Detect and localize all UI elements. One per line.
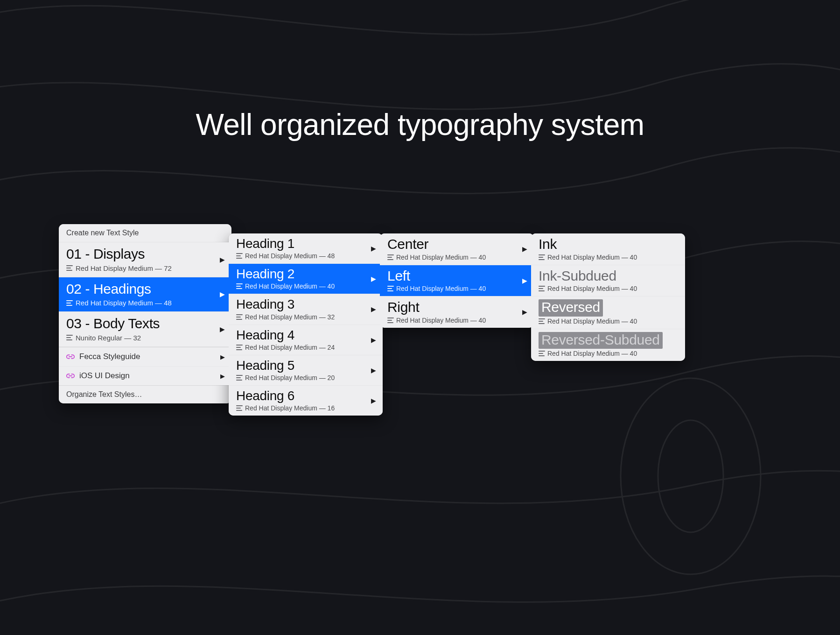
style-meta: Red Hat Display Medium — 40 [387,254,526,261]
align-icon [539,318,545,324]
variant-ink[interactable]: Ink Red Hat Display Medium — 40 [531,233,685,265]
page-title: Well organized typography system [0,107,840,142]
alignment-submenu: Center Red Hat Display Medium — 40 ▶ Lef… [380,233,534,328]
style-meta: Red Hat Display Medium — 16 [236,404,375,412]
chevron-right-icon: ▶ [371,245,376,252]
align-icon [387,254,394,260]
chevron-right-icon: ▶ [371,336,376,344]
create-text-style[interactable]: Create new Text Style [59,224,231,242]
style-meta: Red Hat Display Medium — 40 [539,350,678,357]
align-icon [539,286,545,291]
chevron-right-icon: ▶ [371,397,376,404]
style-meta: Red Hat Display Medium — 32 [236,313,375,321]
variant-reversed[interactable]: Reversed Red Hat Display Medium — 40 [531,296,685,329]
chevron-right-icon: ▶ [220,325,225,333]
heading-5[interactable]: Heading 5 Red Hat Display Medium — 20 ▶ [229,355,383,386]
library-link-ios[interactable]: iOS UI Design ▶ [59,366,231,385]
align-center[interactable]: Center Red Hat Display Medium — 40 ▶ [380,233,534,265]
style-label: Heading 1 [236,236,375,251]
link-icon [66,373,75,379]
chevron-right-icon: ▶ [220,290,225,298]
style-meta: Red Hat Display Medium — 40 [236,282,375,290]
library-link-fecca[interactable]: Fecca Styleguide ▶ [59,347,231,366]
style-meta: Red Hat Display Medium — 40 [539,318,678,325]
style-label: Left [387,268,526,284]
style-meta: Red Hat Display Medium — 40 [387,317,526,324]
style-group-meta: Red Hat Display Medium — 48 [66,299,224,307]
library-link-label: iOS UI Design [79,371,130,381]
align-icon [236,253,243,259]
align-icon [236,405,243,411]
align-icon [66,335,73,340]
style-label: Heading 4 [236,328,375,343]
align-right[interactable]: Right Red Hat Display Medium — 40 ▶ [380,296,534,328]
style-group-displays[interactable]: 01 - Displays Red Hat Display Medium — 7… [59,242,231,277]
chevron-right-icon: ▶ [522,277,527,284]
style-label: Heading 5 [236,358,375,373]
align-icon [236,345,243,350]
style-label: Ink [539,236,678,253]
link-icon [66,353,75,360]
style-meta: Red Hat Display Medium — 40 [387,285,526,292]
style-label: Heading 6 [236,388,375,403]
style-group-body-texts[interactable]: 03 - Body Texts Nunito Regular — 32 ▶ [59,312,231,347]
style-group-headings[interactable]: 02 - Headings Red Hat Display Medium — 4… [59,277,231,312]
style-label: Center [387,236,526,253]
chevron-right-icon: ▶ [220,353,225,360]
svg-point-0 [658,420,723,532]
chevron-right-icon: ▶ [522,308,527,316]
align-icon [387,318,394,323]
color-variant-submenu: Ink Red Hat Display Medium — 40 Ink-Subd… [531,233,685,361]
style-group-meta: Nunito Regular — 32 [66,334,224,342]
style-meta: Red Hat Display Medium — 40 [539,285,678,292]
chevron-right-icon: ▶ [371,275,376,282]
style-meta: Red Hat Display Medium — 48 [236,252,375,260]
chevron-right-icon: ▶ [220,256,225,263]
style-label: Heading 2 [236,267,375,282]
chevron-right-icon: ▶ [220,372,225,379]
organize-text-styles[interactable]: Organize Text Styles… [59,385,231,403]
align-icon [236,283,243,289]
chevron-right-icon: ▶ [371,305,376,313]
style-label: Reversed [539,299,603,317]
align-left[interactable]: Left Red Hat Display Medium — 40 ▶ [380,265,534,297]
text-style-root-menu: Create new Text Style 01 - Displays Red … [59,224,231,403]
style-meta: Red Hat Display Medium — 40 [539,254,678,261]
style-group-label: 02 - Headings [66,281,224,297]
variant-reversed-subdued[interactable]: Reversed-Subdued Red Hat Display Medium … [531,329,685,361]
align-icon [66,265,73,271]
style-label: Reversed-Subdued [539,332,663,349]
heading-6[interactable]: Heading 6 Red Hat Display Medium — 16 ▶ [229,386,383,416]
align-icon [387,286,394,291]
align-icon [539,254,545,260]
heading-2[interactable]: Heading 2 Red Hat Display Medium — 40 ▶ [229,264,383,294]
variant-ink-subdued[interactable]: Ink-Subdued Red Hat Display Medium — 40 [531,265,685,297]
style-group-label: 03 - Body Texts [66,316,224,332]
align-icon [66,300,73,306]
headings-submenu: Heading 1 Red Hat Display Medium — 48 ▶ … [229,233,383,416]
style-label: Ink-Subdued [539,268,678,284]
style-group-meta: Red Hat Display Medium — 72 [66,264,224,272]
style-label: Right [387,299,526,316]
align-icon [539,351,545,356]
heading-4[interactable]: Heading 4 Red Hat Display Medium — 24 ▶ [229,325,383,355]
heading-1[interactable]: Heading 1 Red Hat Display Medium — 48 ▶ [229,233,383,264]
library-link-label: Fecca Styleguide [79,352,140,361]
chevron-right-icon: ▶ [371,367,376,374]
heading-3[interactable]: Heading 3 Red Hat Display Medium — 32 ▶ [229,294,383,325]
style-menu-cascade: Create new Text Style 01 - Displays Red … [59,224,685,416]
chevron-right-icon: ▶ [522,245,527,253]
style-meta: Red Hat Display Medium — 20 [236,374,375,381]
align-icon [236,375,243,381]
style-group-label: 01 - Displays [66,246,224,262]
align-icon [236,314,243,320]
style-meta: Red Hat Display Medium — 24 [236,344,375,351]
style-label: Heading 3 [236,297,375,312]
